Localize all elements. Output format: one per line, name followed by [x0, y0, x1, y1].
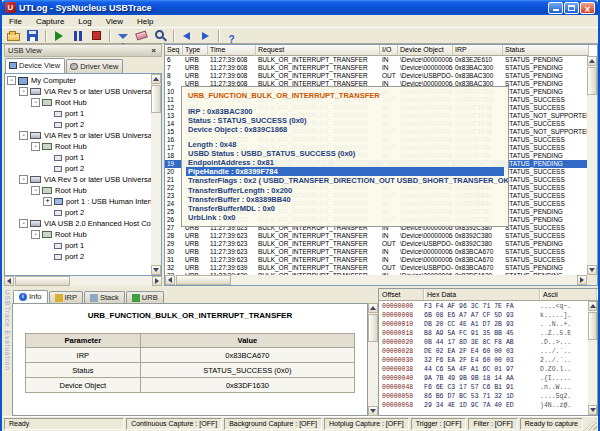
title-bar[interactable]: UTLog - SysNucleus USBTrace [2, 0, 598, 15]
tree-item[interactable]: -VIA Rev 5 or later USB Universal Host C… [5, 174, 151, 185]
expand-icon[interactable]: + [43, 197, 52, 206]
minimize-button[interactable] [548, 2, 563, 14]
hex-row[interactable]: 0000003032 F6 EA 2F E4 60 00 032../.`.. [379, 356, 588, 365]
start-capture-button[interactable] [49, 29, 68, 43]
hex-vertical-scrollbar[interactable] [588, 301, 597, 415]
log-row[interactable]: 6URB11:27:39:608BULK_OR_INTERRUPT_TRANSF… [165, 56, 587, 64]
previous-item-button[interactable] [177, 29, 196, 43]
tree-item[interactable]: -VIA Rev 5 or later USB Universal Host C… [5, 130, 151, 141]
collapse-icon[interactable]: - [31, 230, 40, 239]
tree-item[interactable]: port 2 [5, 163, 151, 174]
menu-item-capture[interactable]: Capture [29, 17, 71, 26]
scroll-up-button[interactable] [151, 74, 161, 84]
log-row[interactable]: 7URB11:27:39:608BULK_OR_INTERRUPT_TRANSF… [165, 64, 587, 72]
tab-driver-view[interactable]: Driver View [66, 59, 123, 73]
resize-grip[interactable] [585, 418, 597, 430]
find-button[interactable] [151, 29, 170, 43]
tab-stack[interactable]: Stack [84, 291, 125, 303]
scroll-thumb[interactable] [587, 67, 597, 95]
open-log-button[interactable] [4, 29, 23, 43]
column-header-io[interactable]: I/O [380, 45, 398, 56]
column-header-irp[interactable]: IRP [453, 45, 503, 56]
scroll-down-button[interactable] [368, 406, 378, 416]
column-header-deviceobject[interactable]: Device Object [398, 45, 453, 56]
log-horizontal-scrollbar[interactable] [165, 275, 587, 285]
close-button[interactable] [580, 2, 595, 14]
save-log-button[interactable] [23, 29, 42, 43]
tree-item[interactable]: port 2 [5, 119, 151, 130]
tree-item[interactable]: -Root Hub [5, 185, 151, 196]
stop-capture-button[interactable] [87, 29, 106, 43]
hex-row[interactable]: 0000005086 B6 D7 BC 53 71 32 1D....Sq2. [379, 392, 588, 401]
collapse-icon[interactable]: - [19, 219, 28, 228]
scroll-track[interactable] [587, 66, 597, 265]
pause-capture-button[interactable] [68, 29, 87, 43]
hex-row[interactable]: 00000018B8 A9 5A FC 91 35 BB 45..Z..5.E [379, 329, 588, 338]
scroll-left-button[interactable] [4, 276, 14, 286]
hex-row[interactable]: 000000200B 44 17 8D 3E 8C F8 AB.D..>... [379, 338, 588, 347]
tree-item[interactable]: port 2 [5, 207, 151, 218]
tree-item[interactable]: port 1 [5, 240, 151, 251]
scroll-track[interactable] [14, 276, 152, 286]
scroll-left-button[interactable] [165, 275, 175, 285]
hex-row[interactable]: 00000000F3 F4 AF 96 3C 71 7E FA....<q~. [379, 302, 588, 311]
hex-row[interactable]: 00000010DB 20 CC 4E A1 D7 2B 93. .N..+. [379, 320, 588, 329]
hex-row[interactable]: 000000409A 7B 49 9B 9B 18 14 AA.{I..... [379, 374, 588, 383]
scroll-thumb[interactable] [176, 275, 231, 285]
log-row[interactable]: 32URB11:27:39:639BULK_OR_INTERRUPT_TRANS… [165, 264, 587, 272]
scroll-up-button[interactable] [587, 56, 597, 66]
tree-item[interactable]: -My Computer [5, 75, 151, 86]
log-row[interactable]: 29URB11:27:39:623BULK_OR_INTERRUPT_TRANS… [165, 240, 587, 248]
clear-log-button[interactable] [132, 29, 151, 43]
menu-item-help[interactable]: Help [130, 17, 160, 26]
menu-item-file[interactable]: File [2, 17, 29, 26]
column-header-status[interactable]: Status [503, 45, 589, 56]
scroll-up-button[interactable] [588, 301, 597, 311]
tree-horizontal-scrollbar[interactable] [4, 276, 162, 286]
hex-row[interactable]: 000000086B 08 E6 A7 A7 CF 5D 93k.....]. [379, 311, 588, 320]
scroll-thumb[interactable] [151, 85, 161, 113]
scroll-track[interactable] [588, 311, 597, 405]
scroll-thumb[interactable] [368, 314, 378, 342]
tree-item[interactable]: -VIA Rev 5 or later USB Universal Host C… [5, 86, 151, 97]
tree-item[interactable]: -Root Hub [5, 229, 151, 240]
scroll-right-button[interactable] [577, 275, 587, 285]
menu-item-log[interactable]: Log [71, 17, 98, 26]
scroll-down-button[interactable] [587, 265, 597, 275]
log-row[interactable]: 8URB11:27:39:608BULK_OR_INTERRUPT_TRANSF… [165, 72, 587, 80]
menu-item-view[interactable]: View [99, 17, 130, 26]
tab-irp[interactable]: IRP [49, 291, 84, 303]
collapse-icon[interactable]: - [31, 186, 40, 195]
log-row[interactable]: 28URB11:27:39:623BULK_OR_INTERRUPT_TRANS… [165, 232, 587, 240]
log-vertical-scrollbar[interactable] [587, 56, 597, 275]
collapse-icon[interactable]: - [19, 131, 28, 140]
collapse-icon[interactable]: - [19, 175, 28, 184]
scroll-up-button[interactable] [368, 303, 378, 313]
hex-row[interactable]: 0000003844 C6 5A 4F A1 6C 01 97D.ZO.l.. [379, 365, 588, 374]
scroll-thumb[interactable] [588, 312, 597, 340]
tree-item[interactable]: port 1 [5, 108, 151, 119]
hex-row[interactable]: 0000005829 34 4E 1D 9C 7A 40 ED)4N..z@. [379, 401, 588, 410]
tree-vertical-scrollbar[interactable] [151, 74, 161, 275]
scroll-right-button[interactable] [152, 276, 162, 286]
scroll-track[interactable] [368, 313, 378, 406]
scroll-track[interactable] [175, 275, 577, 285]
column-header-seq[interactable]: Seq [165, 45, 183, 56]
collapse-icon[interactable]: - [19, 87, 28, 96]
info-vertical-scrollbar[interactable] [368, 303, 378, 416]
log-row[interactable]: 31URB11:27:39:623BULK_OR_INTERRUPT_TRANS… [165, 256, 587, 264]
tab-device-view[interactable]: Device View [5, 58, 65, 73]
hex-row[interactable]: 00000048F6 6E C3 17 57 C6 B1 91.n..W... [379, 383, 588, 392]
scroll-track[interactable] [151, 84, 161, 265]
column-header-time[interactable]: Time [208, 45, 256, 56]
tab-urb[interactable]: URB [126, 291, 164, 303]
collapse-icon[interactable]: - [7, 76, 16, 85]
scroll-thumb[interactable] [15, 276, 70, 286]
next-item-button[interactable] [196, 29, 215, 43]
scroll-down-button[interactable] [151, 265, 161, 275]
tree-item[interactable]: -Root Hub [5, 141, 151, 152]
column-header-request[interactable]: Request [256, 45, 380, 56]
collapse-icon[interactable]: - [31, 142, 40, 151]
filter-button[interactable] [113, 29, 132, 43]
hex-row[interactable]: 00000028DE 02 EA 2F E4 60 00 03.../.`.. [379, 347, 588, 356]
